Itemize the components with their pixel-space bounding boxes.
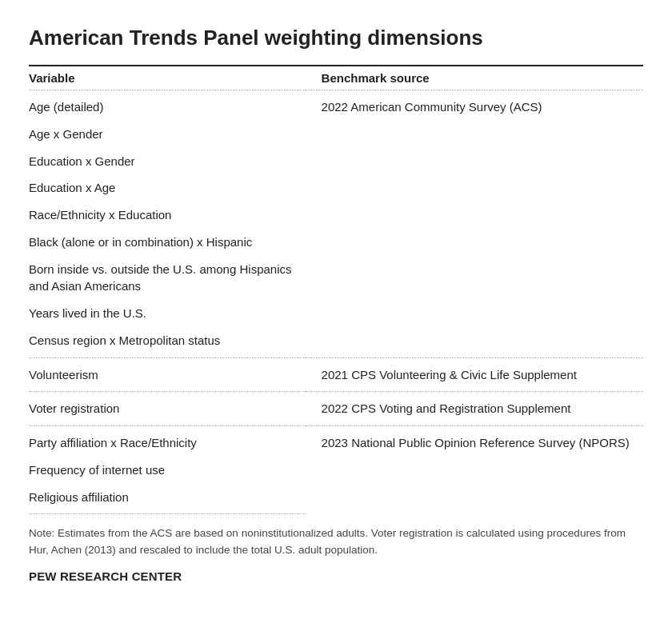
variable-cell: Education x Age [29,171,306,198]
variable-cell: Years lived in the U.S. [29,297,306,324]
variable-cell: Census region x Metropolitan status [29,324,306,357]
variable-cell: Party affiliation x Race/Ethnicity [29,426,306,453]
variable-cell: Born inside vs. outside the U.S. among H… [29,253,306,298]
variable-cell: Religious affiliation [29,481,306,514]
variable-cell: Frequency of internet use [29,453,306,481]
benchmark-cell: 2021 CPS Volunteering & Civic Life Suppl… [306,357,643,392]
weighting-table: Variable Benchmark source Age (detailed)… [29,65,643,514]
variable-cell: Black (alone or in combination) x Hispan… [29,226,306,253]
variable-cell: Volunteerism [29,357,306,392]
col-header-variable: Variable [29,66,306,90]
variable-cell: Voter registration [29,392,306,426]
table-row: Age (detailed)2022 American Community Su… [29,90,643,118]
variable-cell: Race/Ethnicity x Education [29,198,306,226]
variable-cell: Education x Gender [29,145,306,172]
note-text: Note: Estimates from the ACS are based o… [29,527,626,555]
col-header-benchmark: Benchmark source [306,66,643,90]
footer-label: PEW RESEARCH CENTER [29,569,643,583]
page-title: American Trends Panel weighting dimensio… [29,26,643,50]
variable-cell: Age x Gender [29,118,306,145]
benchmark-cell: 2023 National Public Opinion Reference S… [306,426,643,514]
table-row: Volunteerism2021 CPS Volunteering & Civi… [29,357,643,392]
variable-cell: Age (detailed) [29,90,306,118]
table-row: Party affiliation x Race/Ethnicity2023 N… [29,426,643,453]
table-row: Voter registration2022 CPS Voting and Re… [29,392,643,426]
benchmark-cell: 2022 American Community Survey (ACS) [306,90,643,358]
note-section: Note: Estimates from the ACS are based o… [29,525,643,558]
benchmark-cell: 2022 CPS Voting and Registration Supplem… [306,392,643,426]
